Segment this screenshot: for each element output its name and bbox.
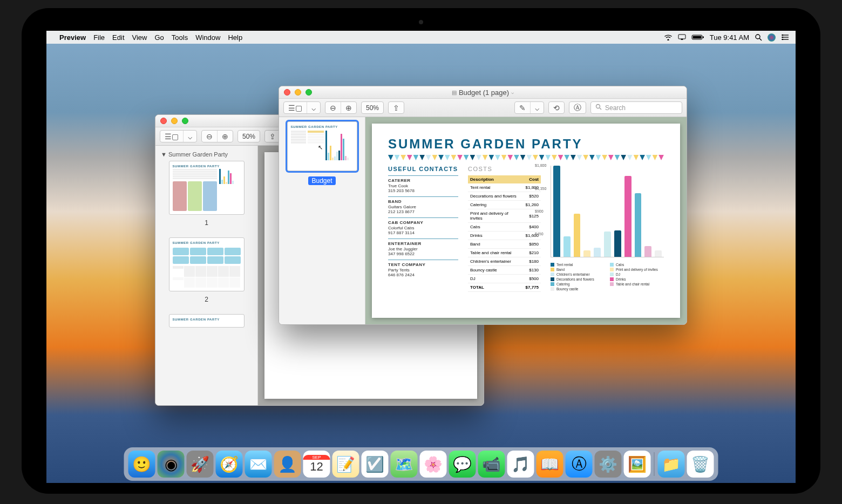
mail-icon[interactable]: ✉️ [245, 451, 272, 478]
menubar-clock[interactable]: Tue 9:41 AM [710, 33, 749, 42]
maps-icon[interactable]: 🗺️ [391, 451, 418, 478]
search-input[interactable]: Search [590, 101, 682, 114]
highlighter-icon: ✎ [519, 104, 526, 112]
document-canvas[interactable]: SUMMER GARDEN PARTY USEFUL CONTACTS CATE… [365, 117, 687, 324]
legend-item: Drinks [610, 277, 664, 281]
costs-heading: COSTS [468, 166, 541, 172]
chart-bar [563, 236, 571, 257]
wifi-icon[interactable] [664, 34, 673, 40]
downloads-icon[interactable]: 📁 [658, 451, 685, 478]
menu-help[interactable]: Help [228, 33, 242, 42]
facetime-icon[interactable]: 📹 [478, 451, 505, 478]
view-mode-button[interactable]: ☰▢ ⌵ [160, 130, 197, 142]
window-title[interactable]: ▤ Budget (1 page) ⌵ [279, 88, 687, 97]
table-total-row: TOTAL$7,775 [468, 283, 541, 292]
toolbar: ☰▢ ⌵ ⊖ ⊕ 50% ⇪ ✎ ⌵ ⟲ Ⓐ Search [279, 99, 687, 117]
svg-point-4 [756, 35, 760, 39]
menu-window[interactable]: Window [195, 33, 220, 42]
share-button[interactable]: ⇪ [265, 131, 280, 142]
menu-file[interactable]: File [93, 33, 105, 42]
zoom-level[interactable]: 50% [362, 102, 383, 113]
zoom-in-button[interactable]: ⊕ [341, 102, 356, 113]
zoom-out-icon: ⊖ [330, 104, 336, 112]
zoom-out-button[interactable]: ⊖ [325, 102, 341, 113]
front-window[interactable]: ▤ Budget (1 page) ⌵ ☰▢ ⌵ ⊖ ⊕ 50% ⇪ ✎ [279, 86, 687, 325]
table-row: Cabs$400 [468, 223, 541, 231]
safari-icon[interactable]: 🧭 [216, 451, 243, 478]
chart-bar [655, 250, 662, 257]
menu-tools[interactable]: Tools [172, 33, 188, 42]
sidebar-group-header[interactable]: ▼ Summer Garden Party [161, 151, 253, 158]
chart-bar [614, 230, 621, 257]
share-icon: ⇪ [269, 132, 276, 141]
highlight-button[interactable]: ✎ ⌵ [514, 101, 544, 114]
chart-bar [624, 176, 632, 257]
battery-icon[interactable] [691, 34, 704, 40]
trash-icon[interactable]: 🗑️ [687, 451, 714, 478]
svg-point-10 [782, 37, 783, 38]
share-button[interactable]: ⇪ [389, 102, 404, 113]
contact-block: CATERERTrue Cook315 203 5678 [388, 175, 458, 196]
ibooks-icon[interactable]: 📖 [537, 451, 563, 478]
thumbnails-sidebar[interactable]: SUMMER GARDEN PARTY ↖ [279, 117, 365, 324]
legend-item: Print and delivery of invites [610, 268, 664, 271]
doc-title: SUMMER GARDEN PARTY [388, 137, 664, 152]
menu-go[interactable]: Go [154, 33, 164, 42]
view-mode-button[interactable]: ☰▢ ⌵ [283, 101, 321, 114]
preferences-icon[interactable]: ⚙️ [595, 451, 622, 478]
messages-icon[interactable]: 💬 [449, 451, 476, 478]
airplay-icon[interactable] [678, 34, 686, 40]
notes-icon[interactable]: 📝 [332, 451, 359, 478]
bunting-decoration [388, 155, 664, 160]
zoom-level[interactable]: 50% [238, 131, 260, 142]
markup-icon: Ⓐ [574, 103, 581, 113]
legend-item: Band [551, 268, 605, 271]
rotate-button[interactable]: ⟲ [549, 102, 564, 113]
photos-icon[interactable]: 🌸 [420, 451, 447, 478]
preview-icon[interactable]: 🖼️ [624, 451, 651, 478]
thumbnails-sidebar[interactable]: ▼ Summer Garden Party SUMMER GARDEN PART… [155, 146, 258, 405]
calendar-icon[interactable]: SEP12 [303, 451, 330, 478]
menu-view[interactable]: View [132, 33, 147, 42]
svg-line-13 [600, 108, 601, 110]
siri-status-icon[interactable] [768, 33, 776, 42]
spotlight-icon[interactable] [755, 33, 762, 41]
camera-dot [419, 20, 423, 24]
chart-legend: Tent rentalCabsBandPrint and delivery of… [551, 263, 664, 291]
legend-item: Bouncy castle [551, 287, 605, 291]
siri-icon[interactable]: ◉ [158, 451, 185, 478]
chart-bar [604, 231, 611, 257]
page-thumbnail[interactable]: SUMMER GARDEN PARTY [169, 237, 245, 291]
cursor-icon: ↖ [318, 144, 366, 151]
table-header-cost: Cost [524, 175, 541, 183]
itunes-icon[interactable]: 🎵 [507, 451, 534, 478]
reminders-icon[interactable]: ☑️ [362, 451, 389, 478]
chevron-down-icon: ⌵ [511, 90, 514, 95]
menu-edit[interactable]: Edit [112, 33, 124, 42]
page-thumbnail[interactable]: SUMMER GARDEN PARTY ↖ [287, 121, 357, 171]
zoom-in-button[interactable]: ⊕ [218, 131, 233, 142]
sidebar-icon: ☰▢ [288, 104, 302, 112]
finder-icon[interactable]: 🙂 [128, 451, 155, 478]
page-thumbnail[interactable]: SUMMER GARDEN PARTY [169, 161, 245, 215]
chart-bar [594, 248, 601, 257]
zoom-out-button[interactable]: ⊖ [202, 131, 218, 142]
table-row: Bouncy castle$130 [468, 266, 541, 275]
legend-item: DJ [610, 273, 664, 276]
launchpad-icon[interactable]: 🚀 [187, 451, 214, 478]
svg-rect-3 [703, 37, 704, 38]
zoom-out-icon: ⊖ [206, 132, 213, 141]
notification-center-icon[interactable] [781, 34, 789, 40]
legend-item: Cabs [610, 263, 664, 267]
table-header-desc: Description [468, 175, 524, 183]
menubar-app-name[interactable]: Preview [59, 33, 86, 42]
appstore-icon[interactable]: Ⓐ [566, 451, 593, 478]
table-row: Decorations and flowers$520 [468, 192, 541, 201]
contact-block: CAB COMPANYColorful Cabs917 887 3114 [388, 217, 458, 239]
contacts-icon[interactable]: 👤 [274, 451, 301, 478]
page-thumbnail[interactable]: SUMMER GARDEN PARTY [169, 314, 245, 328]
table-row: Print and delivery of invites$125 [468, 209, 541, 223]
sidebar-icon: ☰▢ [165, 132, 179, 141]
dock-divider [654, 452, 655, 476]
markup-button[interactable]: Ⓐ [569, 102, 586, 113]
